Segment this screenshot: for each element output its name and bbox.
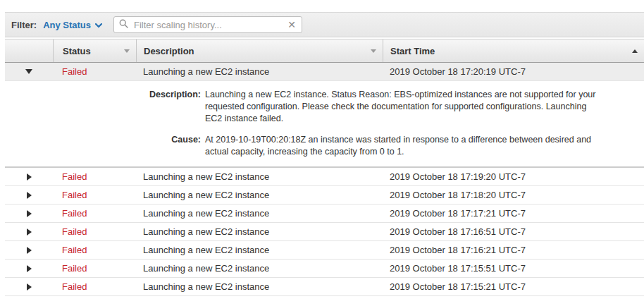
table-row[interactable]: Failed Launching a new EC2 instance 2019… [5,241,644,260]
expander-icon[interactable] [27,192,32,199]
status-filter-dropdown[interactable]: Any Status [43,20,102,30]
status-cell: Failed [53,66,136,77]
expander-cell[interactable] [5,265,53,272]
filter-label: Filter: [11,20,37,30]
row-detail: Description: Launching a new EC2 instanc… [5,81,644,168]
description-cell: Launching a new EC2 instance [136,171,383,182]
search-box[interactable]: ✕ [113,16,302,33]
start-time-cell: 2019 October 18 17:15:51 UTC-7 [383,263,644,274]
expander-cell[interactable] [5,247,53,254]
expander-cell[interactable] [5,228,53,236]
expander-icon[interactable] [27,173,32,181]
clear-search-icon[interactable]: ✕ [287,20,297,30]
description-cell: Launching a new EC2 instance [136,66,383,77]
status-cell: Failed [53,171,136,182]
start-time-cell: 2019 October 18 17:16:21 UTC-7 [383,245,644,255]
column-label: Status [63,46,91,56]
table-header-row: Status Description Start Time [5,39,644,63]
description-cell: Launching a new EC2 instance [136,226,383,237]
table-row[interactable]: Failed Launching a new EC2 instance 2019… [5,63,644,81]
expander-icon[interactable] [27,265,32,272]
sort-asc-icon[interactable] [632,49,638,53]
column-label: Description [144,46,194,56]
column-header-description[interactable]: Description [136,39,383,62]
status-filter-value: Any Status [43,20,91,30]
table-row[interactable]: Failed Launching a new EC2 instance 2019… [5,260,644,278]
sort-caret-icon[interactable] [371,49,376,53]
scaling-history-table: Status Description Start Time Failed Lau… [5,39,644,296]
detail-description-value: Launching a new EC2 instance. Status Rea… [205,89,598,125]
expander-icon[interactable] [25,69,32,74]
scaling-history-panel: Filter: Any Status ✕ Status Description [5,12,644,296]
column-header-start-time[interactable]: Start Time [383,39,644,62]
table-row[interactable]: Failed Launching a new EC2 instance 2019… [5,186,644,205]
start-time-cell: 2019 October 18 17:17:21 UTC-7 [383,208,644,219]
column-label: Start Time [390,46,435,56]
status-cell: Failed [53,263,136,274]
table-row[interactable]: Failed Launching a new EC2 instance 2019… [5,278,644,296]
description-cell: Launching a new EC2 instance [136,190,383,200]
expander-cell[interactable] [5,283,53,291]
expander-cell[interactable] [5,69,53,74]
search-icon [119,19,128,30]
expander-icon[interactable] [27,247,32,254]
expander-cell[interactable] [5,173,53,181]
table-row[interactable]: Failed Launching a new EC2 instance 2019… [5,205,644,223]
expander-icon[interactable] [27,228,32,236]
description-cell: Launching a new EC2 instance [136,263,383,274]
expander-cell[interactable] [5,210,53,217]
table-body: Failed Launching a new EC2 instance 2019… [5,63,644,296]
search-input[interactable] [132,19,287,31]
table-row[interactable]: Failed Launching a new EC2 instance 2019… [5,223,644,241]
start-time-cell: 2019 October 18 17:20:19 UTC-7 [383,66,644,77]
expander-cell[interactable] [5,192,53,199]
table-row[interactable]: Failed Launching a new EC2 instance 2019… [5,168,644,186]
status-cell: Failed [53,190,136,200]
filter-bar: Filter: Any Status ✕ [5,12,644,37]
sort-caret-icon[interactable] [124,49,130,53]
expander-icon[interactable] [27,283,32,291]
detail-description-label: Description: [5,89,201,125]
status-cell: Failed [53,208,136,219]
status-cell: Failed [53,281,136,292]
detail-cause-value: At 2019-10-19T00:20:18Z an instance was … [205,134,598,158]
start-time-cell: 2019 October 18 17:19:20 UTC-7 [383,171,644,182]
start-time-cell: 2019 October 18 17:16:51 UTC-7 [383,226,644,237]
start-time-cell: 2019 October 18 17:15:21 UTC-7 [383,281,644,292]
status-cell: Failed [53,226,136,237]
expander-icon[interactable] [27,210,32,217]
expander-column-header [5,39,53,62]
detail-cause-label: Cause: [5,134,201,158]
chevron-down-icon [95,20,102,30]
column-header-status[interactable]: Status [53,39,136,62]
description-cell: Launching a new EC2 instance [136,245,383,255]
status-cell: Failed [53,245,136,255]
description-cell: Launching a new EC2 instance [136,281,383,292]
start-time-cell: 2019 October 18 17:18:20 UTC-7 [383,190,644,200]
description-cell: Launching a new EC2 instance [136,208,383,219]
